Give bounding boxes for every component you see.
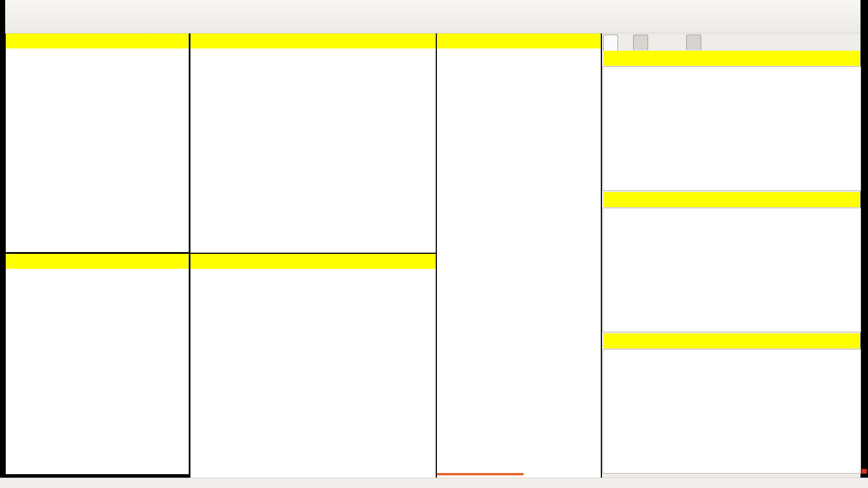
resize-marker: [862, 469, 867, 474]
dat-assoc-panel: [437, 33, 601, 478]
ground-truth-title: [6, 33, 189, 48]
toolbar: [5, 0, 860, 33]
observation-title: [6, 254, 189, 269]
indiv-compat-title: [190, 254, 436, 269]
observation-plot[interactable]: [6, 269, 189, 474]
tab-bar: [602, 33, 860, 50]
vehicle-phi-title: [604, 333, 860, 348]
vehicle-x-chart[interactable]: [603, 66, 861, 191]
indiv-compat-plot[interactable]: [190, 269, 436, 478]
vehicle-y-chart[interactable]: [603, 208, 861, 332]
ground-truth-plot[interactable]: [6, 48, 189, 252]
vehicle-phi-chart[interactable]: [603, 349, 861, 474]
vehicle-x-title: [604, 51, 860, 66]
vehicle-y-title: [604, 192, 860, 207]
estimated-map-title: [190, 33, 436, 48]
tab-data-assoc[interactable]: [633, 35, 648, 50]
estimated-map-plot[interactable]: [190, 48, 436, 253]
tab-errors[interactable]: [603, 35, 618, 51]
status-bar: [0, 478, 868, 488]
progress-bar: [437, 473, 523, 475]
tab-stats[interactable]: [686, 35, 701, 50]
app-window: [0, 0, 868, 488]
dat-assoc-title: [437, 33, 601, 48]
